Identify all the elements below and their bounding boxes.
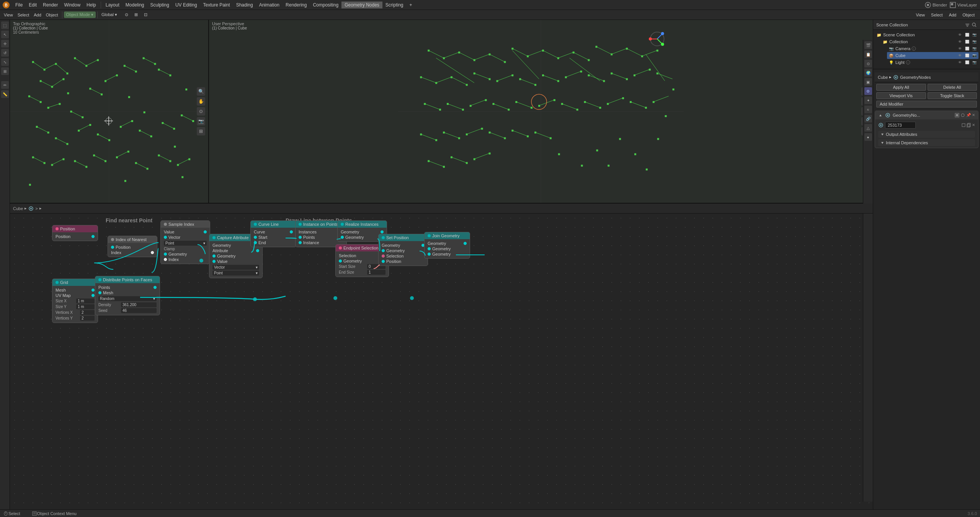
vis-monitor-coll[interactable]: ⬜: [964, 39, 970, 44]
toolbar-view2[interactable]: View: [913, 12, 927, 18]
pan-tool[interactable]: ✋: [197, 97, 205, 106]
vis-render-cube[interactable]: 📷: [972, 53, 977, 58]
vis-monitor-scene[interactable]: ⬜: [964, 32, 970, 38]
modifier-id-input[interactable]: 253173: [885, 122, 916, 129]
tree-scene-collection[interactable]: 📁 Scene Collection 👁 ⬜ 📷: [875, 31, 978, 38]
node-canvas[interactable]: Find nearest Point Draw Line between Poi…: [10, 214, 873, 509]
tool-select-box[interactable]: ⬚: [1, 21, 9, 29]
tree-camera[interactable]: 📷 Camera i 👁 ⬜ 📷: [887, 45, 978, 52]
menu-plus[interactable]: +: [407, 2, 415, 8]
tb-snap[interactable]: ⊞: [132, 11, 140, 18]
output-attrs-header[interactable]: Output Attributes: [878, 131, 975, 138]
modifier-close-icon[interactable]: ✕: [972, 113, 975, 117]
node-curve-line[interactable]: Curve Line Curve Start End: [250, 220, 296, 247]
tool-rotate[interactable]: ↺: [1, 49, 9, 57]
tool-measure[interactable]: 📏: [1, 90, 9, 98]
prop-modifier[interactable]: ⚙: [864, 87, 872, 95]
vis-monitor-cam[interactable]: ⬜: [964, 46, 970, 51]
field-sizex[interactable]: 1 m: [76, 298, 95, 303]
camera-tool[interactable]: 📷: [197, 117, 205, 126]
modifier-fake-icon[interactable]: [961, 123, 966, 127]
search-panel-icon[interactable]: [972, 22, 977, 28]
menu-help[interactable]: Help: [83, 2, 99, 8]
field-density[interactable]: 361.200: [121, 302, 157, 307]
tool-cursor[interactable]: ↖: [1, 31, 9, 38]
vis-eye-scene[interactable]: 👁: [957, 32, 962, 38]
tree-cube[interactable]: 📦 Cube 👁 ⬜ 📷: [887, 52, 978, 59]
vis-eye-cube[interactable]: 👁: [957, 53, 962, 58]
zoom-tool[interactable]: 🔍: [197, 87, 205, 96]
menu-uv[interactable]: UV Editing: [172, 2, 200, 8]
vis-render-cam[interactable]: 📷: [972, 46, 977, 51]
prop-material[interactable]: ●: [864, 133, 872, 141]
orbit-tool[interactable]: ⊙: [197, 107, 205, 116]
prop-constraints[interactable]: 🔗: [864, 115, 872, 122]
toolbar-select[interactable]: Select: [15, 12, 32, 18]
prop-object[interactable]: ▣: [864, 78, 872, 86]
menu-window[interactable]: Window: [61, 2, 83, 8]
toolbar-object2[interactable]: Object: [960, 12, 977, 18]
field-verty[interactable]: 2: [80, 316, 95, 321]
menu-render[interactable]: Render: [40, 2, 61, 8]
delete-all-btn[interactable]: Delete All: [928, 84, 977, 91]
viewport-vis-btn[interactable]: Viewport Vis: [876, 92, 926, 99]
modifier-pin-icon[interactable]: 📌: [966, 113, 971, 117]
tree-light[interactable]: 💡 Light i 👁 ⬜ 📷: [887, 59, 978, 66]
menu-edit[interactable]: Edit: [26, 2, 40, 8]
menu-shading[interactable]: Shading: [233, 2, 256, 8]
node-join-geom[interactable]: Join Geometry Geometry Geometry: [424, 232, 470, 259]
menu-rendering[interactable]: Rendering: [283, 2, 310, 8]
node-sample-index[interactable]: Sample Index Value Vector Point: [160, 220, 210, 264]
toolbar-select2[interactable]: Select: [929, 12, 945, 18]
field-endsize[interactable]: 1: [367, 270, 385, 275]
menu-modeling[interactable]: Modeling: [122, 2, 147, 8]
menu-geonodes[interactable]: Geometry Nodes: [341, 2, 382, 8]
add-modifier-btn[interactable]: Add Modifier: [876, 101, 977, 108]
node-distribute-faces[interactable]: Distribute Points on Faces Points Mesh R…: [95, 276, 160, 315]
toolbar-add[interactable]: Add: [31, 12, 44, 18]
modifier-realtime-icon[interactable]: [955, 113, 959, 117]
node-index-nearest[interactable]: Index of Nearest Position Index: [108, 236, 157, 257]
prop-world[interactable]: 🌍: [864, 69, 872, 77]
menu-sculpting[interactable]: Sculpting: [147, 2, 172, 8]
dropdown-random[interactable]: Random ▾: [98, 296, 157, 301]
prop-particles[interactable]: ✦: [864, 96, 872, 104]
menu-animation[interactable]: Animation: [256, 2, 283, 8]
menu-file[interactable]: File: [12, 2, 26, 8]
node-grid[interactable]: Grid Mesh UV Map Size X 1 m: [52, 279, 98, 323]
menu-layout[interactable]: Layout: [103, 2, 122, 8]
viewport-persp[interactable]: User Perspective (1) Collection | Cube: [209, 20, 873, 203]
tool-move[interactable]: ✛: [1, 40, 9, 47]
filter-icon[interactable]: [965, 22, 970, 28]
toolbar-add2[interactable]: Add: [947, 12, 959, 18]
viewport-ortho[interactable]: Top Orthographic (1) Collection | Cube 1…: [10, 20, 209, 203]
prop-physics[interactable]: ≈: [864, 106, 872, 113]
tb-overlay[interactable]: ⊡: [142, 11, 150, 18]
transform-global[interactable]: Global ▾: [99, 11, 119, 18]
tool-scale[interactable]: ⤡: [1, 58, 9, 66]
mode-selector[interactable]: Object Mode ▾: [64, 11, 96, 18]
geonodes-editor[interactable]: Cube ▸ > ▸ Find nearest Point Draw Line …: [10, 204, 873, 509]
vis-render-light[interactable]: 📷: [972, 60, 977, 65]
modifier-render-icon[interactable]: [960, 113, 965, 117]
field-vertx[interactable]: 2: [80, 310, 95, 315]
dropdown-point2[interactable]: Point ▾: [212, 271, 259, 276]
menu-texture[interactable]: Texture Paint: [200, 2, 233, 8]
toggle-stack-btn[interactable]: Toggle Stack: [928, 92, 977, 99]
dropdown-point[interactable]: Point ▾: [164, 241, 207, 246]
toolbar-view[interactable]: View: [2, 12, 15, 18]
menu-scripting[interactable]: Scripting: [382, 2, 407, 8]
prop-renderlayer[interactable]: 📋: [864, 51, 872, 58]
vis-render-scene[interactable]: 📷: [972, 32, 977, 38]
prop-data[interactable]: △: [864, 124, 872, 132]
vis-monitor-light[interactable]: ⬜: [964, 60, 970, 65]
vis-monitor-cube[interactable]: ⬜: [964, 53, 970, 58]
tool-annotate[interactable]: ✏: [1, 81, 9, 89]
vis-render-coll[interactable]: 📷: [972, 39, 977, 44]
node-set-position[interactable]: Set Position Geometry Geometry: [378, 234, 428, 266]
field-sizey[interactable]: 1 m: [76, 304, 95, 309]
grid-tool[interactable]: ⊞: [197, 127, 205, 135]
menu-compositing[interactable]: Compositing: [310, 2, 341, 8]
tb-proportional[interactable]: ⊙: [122, 11, 131, 18]
vis-eye-light[interactable]: 👁: [957, 60, 962, 65]
